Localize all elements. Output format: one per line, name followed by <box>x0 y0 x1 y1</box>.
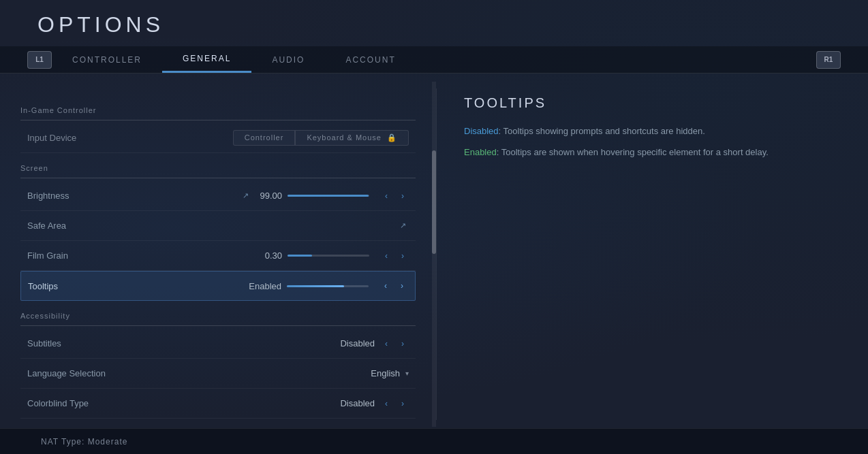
divider-accessibility <box>20 325 416 326</box>
disabled-keyword: Disabled <box>464 126 499 136</box>
input-device-options: Controller Keyboard & Mouse 🔒 <box>233 130 409 146</box>
nat-type-text: NAT Type: Moderate <box>41 437 127 447</box>
enabled-keyword: Enabled <box>464 147 497 157</box>
settings-row-tooltips[interactable]: Tooltips Enabled ‹ › <box>20 271 416 301</box>
film-grain-value: 0.30 <box>251 250 282 261</box>
brightness-slider[interactable] <box>288 195 369 197</box>
colorblind-type-value: Disabled <box>340 398 375 408</box>
tooltips-next[interactable]: › <box>396 280 408 292</box>
section-header-ingame: In-game Controller <box>20 106 416 114</box>
scroll-thumb[interactable] <box>432 150 436 254</box>
film-grain-slider-fill <box>288 255 312 257</box>
tooltips-label: Tooltips <box>28 281 249 291</box>
tooltips-slider[interactable] <box>287 285 369 287</box>
subtitles-value: Disabled <box>340 338 375 348</box>
page-title: OPTIONS <box>37 12 164 37</box>
tab-general[interactable]: GENERAL <box>162 46 251 73</box>
brightness-controls: ‹ › <box>380 190 409 202</box>
status-bar: NAT Type: Moderate <box>0 428 868 454</box>
tab-items: CONTROLLER GENERAL AUDIO ACCOUNT <box>52 46 416 73</box>
external-icon-brightness: ↗ <box>239 190 251 202</box>
language-value: English <box>369 368 400 378</box>
input-device-label: Input Device <box>27 133 233 143</box>
input-device-row: Input Device Controller Keyboard & Mouse… <box>20 123 416 153</box>
safe-area-label: Safe Area <box>27 221 397 231</box>
tooltips-controls: ‹ › <box>379 280 408 292</box>
film-grain-next[interactable]: › <box>397 250 409 262</box>
subtitles-label: Subtitles <box>27 338 340 348</box>
right-panel: TOOLTIPS Disabled: Tooltips showing prom… <box>437 82 868 427</box>
film-grain-slider[interactable] <box>288 255 369 257</box>
tab-controller[interactable]: CONTROLLER <box>52 46 162 73</box>
colorblind-type-next[interactable]: › <box>397 398 409 410</box>
brightness-next[interactable]: › <box>397 190 409 202</box>
settings-row-safe-area[interactable]: Safe Area ↗ <box>20 211 416 241</box>
tab-audio[interactable]: AUDIO <box>251 46 325 73</box>
scroll-track[interactable] <box>432 82 436 427</box>
subtitles-controls: ‹ › <box>380 338 409 350</box>
divider-ingame <box>20 120 416 120</box>
settings-row-film-grain[interactable]: Film Grain 0.30 ‹ › <box>20 241 416 271</box>
film-grain-prev[interactable]: ‹ <box>380 250 392 262</box>
brightness-prev[interactable]: ‹ <box>380 190 392 202</box>
input-option-controller[interactable]: Controller <box>233 130 296 146</box>
section-header-accessibility: Accessibility <box>20 312 416 320</box>
brightness-label: Brightness <box>27 191 239 201</box>
tab-nav-right[interactable]: R1 <box>816 51 841 69</box>
settings-row-subtitles[interactable]: Subtitles Disabled ‹ › <box>20 329 416 359</box>
tooltips-prev[interactable]: ‹ <box>379 280 392 292</box>
dropdown-arrow-icon: ▾ <box>405 370 409 377</box>
tab-nav-left[interactable]: L1 <box>27 51 52 69</box>
film-grain-controls: ‹ › <box>380 250 409 262</box>
left-panel: In-game Controller Input Device Controll… <box>0 82 436 427</box>
lock-icon: 🔒 <box>387 133 397 142</box>
tab-account[interactable]: ACCOUNT <box>325 46 416 73</box>
tooltips-value: Enabled <box>249 281 281 291</box>
settings-row-colorblind-type[interactable]: Colorblind Type Disabled ‹ › <box>20 389 416 419</box>
film-grain-label: Film Grain <box>27 250 251 261</box>
language-label: Language Selection <box>27 368 369 378</box>
settings-row-language[interactable]: Language Selection English ▾ <box>20 359 416 389</box>
input-option-keyboard[interactable]: Keyboard & Mouse 🔒 <box>295 130 409 146</box>
tab-bar: L1 CONTROLLER GENERAL AUDIO ACCOUNT R1 <box>0 46 868 74</box>
main-content: In-game Controller Input Device Controll… <box>0 82 868 427</box>
settings-row-brightness[interactable]: Brightness ↗ 99.00 ‹ › <box>20 181 416 211</box>
colorblind-type-prev[interactable]: ‹ <box>380 398 392 410</box>
tooltip-enabled-desc: Enabled: Tooltips are shown when hoverin… <box>464 146 841 160</box>
colorblind-type-label: Colorblind Type <box>27 398 340 408</box>
external-icon-safe-area: ↗ <box>397 220 409 232</box>
language-dropdown[interactable]: English ▾ <box>369 368 409 378</box>
settings-row-colorblind-target[interactable]: Colorblind Target Interface ‹ › <box>20 419 416 427</box>
divider-screen <box>20 178 416 178</box>
colorblind-type-controls: ‹ › <box>380 398 409 410</box>
subtitles-next[interactable]: › <box>397 338 409 350</box>
section-header-screen: Screen <box>20 164 416 172</box>
brightness-slider-fill <box>288 195 369 197</box>
tooltips-slider-fill <box>287 285 344 287</box>
tooltip-panel-title: TOOLTIPS <box>464 95 841 111</box>
brightness-value: 99.00 <box>251 191 282 201</box>
subtitles-prev[interactable]: ‹ <box>380 338 392 350</box>
tooltip-disabled-desc: Disabled: Tooltips showing prompts and s… <box>464 125 841 139</box>
